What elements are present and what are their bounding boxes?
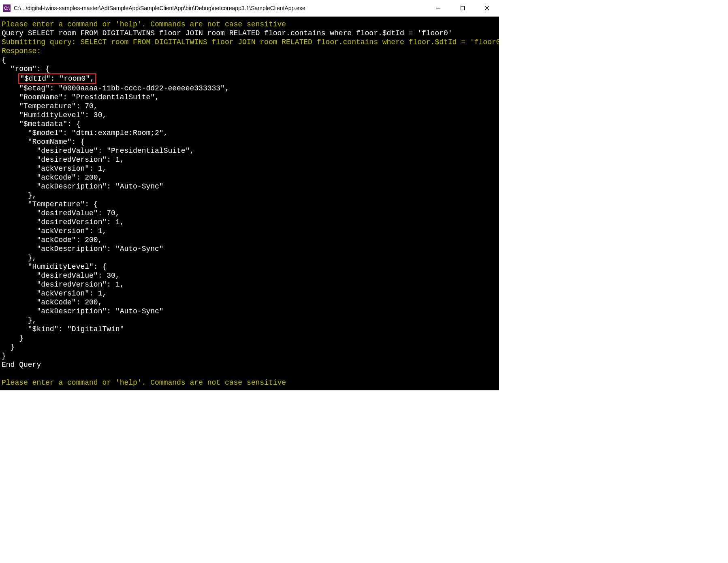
- json-line: "ackVersion": 1,: [2, 227, 107, 235]
- json-line: "ackVersion": 1,: [2, 289, 107, 298]
- json-line: "desiredValue": "PresidentialSuite",: [2, 147, 194, 155]
- json-line: {: [2, 56, 6, 64]
- app-icon: C:\: [3, 4, 11, 12]
- json-line: "Temperature": {: [2, 200, 98, 208]
- json-line: "RoomName": {: [2, 138, 85, 146]
- end-query-line: End Query: [2, 361, 41, 369]
- json-line: "ackCode": 200,: [2, 236, 102, 244]
- json-line: "desiredVersion": 1,: [2, 218, 124, 226]
- json-line: "ackCode": 200,: [2, 298, 102, 306]
- close-button[interactable]: [475, 0, 499, 16]
- prompt-line: Please enter a command or 'help'. Comman…: [2, 20, 286, 28]
- window-buttons: [426, 0, 499, 16]
- json-line: "$etag": "0000aaaa-11bb-cccc-dd22-eeeeee…: [2, 84, 229, 92]
- json-line: "desiredVersion": 1,: [2, 280, 124, 289]
- json-line: }: [2, 352, 6, 360]
- minimize-button[interactable]: [426, 0, 450, 16]
- json-line: }: [2, 334, 23, 342]
- json-line: }: [2, 343, 15, 351]
- json-line: "desiredValue": 70,: [2, 209, 120, 217]
- json-line: },: [2, 316, 36, 324]
- json-line: "desiredVersion": 1,: [2, 156, 124, 164]
- svg-rect-1: [461, 6, 465, 10]
- json-line: "$metadata": {: [2, 120, 80, 128]
- window-title: C:\...\digital-twins-samples-master\AdtS…: [14, 5, 426, 11]
- app-window: C:\ C:\...\digital-twins-samples-master\…: [0, 0, 499, 390]
- json-line: "HumidityLevel": {: [2, 263, 107, 271]
- minimize-icon: [436, 6, 441, 11]
- json-line: "$model": "dtmi:example:Room;2",: [2, 129, 168, 137]
- json-line: "Temperature": 70,: [2, 102, 98, 110]
- titlebar[interactable]: C:\ C:\...\digital-twins-samples-master\…: [0, 0, 499, 17]
- json-line: "$kind": "DigitalTwin": [2, 325, 124, 333]
- json-line: "ackDescription": "Auto-Sync": [2, 245, 164, 253]
- maximize-icon: [460, 6, 465, 11]
- response-label: Response:: [2, 47, 41, 55]
- json-line: "ackCode": 200,: [2, 173, 102, 182]
- json-line: },: [2, 254, 36, 262]
- highlighted-dtid: "$dtId": "room0",: [18, 73, 96, 84]
- json-line: "room": {: [2, 65, 50, 73]
- submitting-query-line: Submitting query: SELECT room FROM DIGIT…: [2, 38, 499, 46]
- close-icon: [485, 6, 489, 11]
- json-line: "ackVersion": 1,: [2, 165, 107, 173]
- json-line: "RoomName": "PresidentialSuite",: [2, 93, 159, 101]
- console-output[interactable]: Please enter a command or 'help'. Comman…: [0, 17, 499, 390]
- maximize-button[interactable]: [450, 0, 475, 16]
- json-line: },: [2, 191, 36, 199]
- json-line: "HumidityLevel": 30,: [2, 111, 107, 119]
- json-line: "ackDescription": "Auto-Sync": [2, 307, 164, 315]
- query-line: Query SELECT room FROM DIGITALTWINS floo…: [2, 29, 453, 37]
- json-line: [2, 75, 19, 83]
- json-line: "desiredValue": 30,: [2, 272, 120, 280]
- prompt-line: Please enter a command or 'help'. Comman…: [2, 379, 286, 387]
- json-line: "ackDescription": "Auto-Sync": [2, 182, 164, 191]
